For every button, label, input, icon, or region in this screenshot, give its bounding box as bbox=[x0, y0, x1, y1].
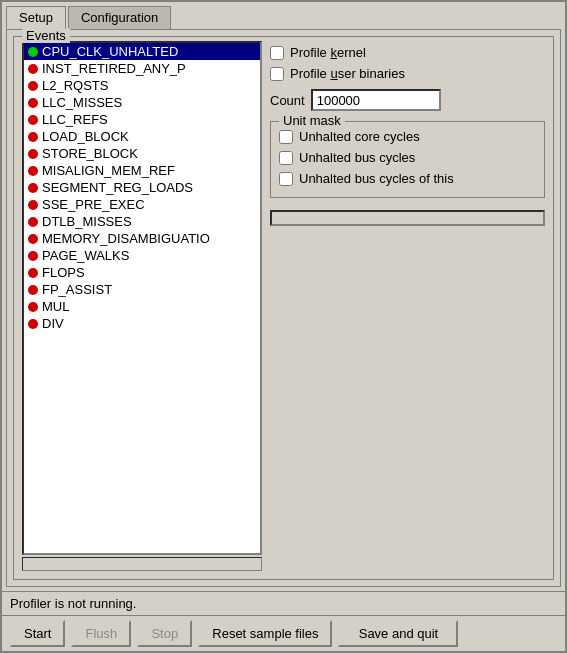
event-label: STORE_BLOCK bbox=[42, 146, 138, 161]
unhalted_core-checkbox[interactable] bbox=[279, 130, 293, 144]
event-label: FLOPS bbox=[42, 265, 85, 280]
red-dot-icon bbox=[28, 302, 38, 312]
profile-kernel-label: Profile kernel bbox=[290, 45, 366, 60]
event-item[interactable]: INST_RETIRED_ANY_P bbox=[24, 60, 260, 77]
event-label: DTLB_MISSES bbox=[42, 214, 132, 229]
count-row: Count bbox=[270, 89, 545, 111]
status-bar: Profiler is not running. bbox=[2, 591, 565, 615]
event-label: SEGMENT_REG_LOADS bbox=[42, 180, 193, 195]
tab-configuration[interactable]: Configuration bbox=[68, 6, 171, 29]
main-window: Setup Configuration Events CPU_CLK_UNHAL… bbox=[0, 0, 567, 653]
red-dot-icon bbox=[28, 115, 38, 125]
event-item[interactable]: SSE_PRE_EXEC bbox=[24, 196, 260, 213]
red-dot-icon bbox=[28, 251, 38, 261]
event-item[interactable]: DIV bbox=[24, 315, 260, 332]
events-group-label: Events bbox=[22, 28, 70, 43]
button-bar: Start Flush Stop Reset sample files Save… bbox=[2, 615, 565, 651]
red-dot-icon bbox=[28, 200, 38, 210]
event-item[interactable]: LOAD_BLOCK bbox=[24, 128, 260, 145]
event-label: INST_RETIRED_ANY_P bbox=[42, 61, 186, 76]
event-item[interactable]: PAGE_WALKS bbox=[24, 247, 260, 264]
unhalted_bus_of_this-label: Unhalted bus cycles of this bbox=[299, 171, 454, 186]
unhalted_bus_of_this-checkbox[interactable] bbox=[279, 172, 293, 186]
main-content: Events CPU_CLK_UNHALTEDINST_RETIRED_ANY_… bbox=[6, 29, 561, 587]
event-listbox[interactable]: CPU_CLK_UNHALTEDINST_RETIRED_ANY_PL2_RQS… bbox=[22, 41, 262, 555]
event-label: PAGE_WALKS bbox=[42, 248, 129, 263]
status-text: Profiler is not running. bbox=[10, 596, 136, 611]
event-item[interactable]: LLC_REFS bbox=[24, 111, 260, 128]
event-label: SSE_PRE_EXEC bbox=[42, 197, 145, 212]
red-dot-icon bbox=[28, 319, 38, 329]
event-item[interactable]: SEGMENT_REG_LOADS bbox=[24, 179, 260, 196]
unhalted_bus-label: Unhalted bus cycles bbox=[299, 150, 415, 165]
event-item[interactable]: FLOPS bbox=[24, 264, 260, 281]
horizontal-scrollbar[interactable] bbox=[22, 557, 262, 571]
red-dot-icon bbox=[28, 217, 38, 227]
event-label: L2_RQSTS bbox=[42, 78, 108, 93]
right-panel: Profile kernel Profile user binaries Cou… bbox=[270, 41, 545, 571]
event-label: LLC_MISSES bbox=[42, 95, 122, 110]
red-dot-icon bbox=[28, 132, 38, 142]
event-item[interactable]: MEMORY_DISAMBIGUATIO bbox=[24, 230, 260, 247]
event-item[interactable]: LLC_MISSES bbox=[24, 94, 260, 111]
event-label: MISALIGN_MEM_REF bbox=[42, 163, 175, 178]
profile-kernel-checkbox[interactable] bbox=[270, 46, 284, 60]
unhalted_bus-checkbox[interactable] bbox=[279, 151, 293, 165]
event-item[interactable]: L2_RQSTS bbox=[24, 77, 260, 94]
event-item[interactable]: FP_ASSIST bbox=[24, 281, 260, 298]
red-dot-icon bbox=[28, 183, 38, 193]
event-item[interactable]: STORE_BLOCK bbox=[24, 145, 260, 162]
profile-user-checkbox[interactable] bbox=[270, 67, 284, 81]
unit-mask-group: Unit mask Unhalted core cyclesUnhalted b… bbox=[270, 121, 545, 198]
progress-bar bbox=[270, 210, 545, 226]
reset-button[interactable]: Reset sample files bbox=[198, 620, 332, 647]
progress-area bbox=[270, 210, 545, 226]
event-label: LLC_REFS bbox=[42, 112, 108, 127]
events-group: Events CPU_CLK_UNHALTEDINST_RETIRED_ANY_… bbox=[13, 36, 554, 580]
start-button[interactable]: Start bbox=[10, 620, 65, 647]
unit-mask-item: Unhalted bus cycles bbox=[279, 147, 536, 168]
unit-mask-label: Unit mask bbox=[279, 113, 345, 128]
profile-user-row: Profile user binaries bbox=[270, 66, 545, 81]
event-item[interactable]: MISALIGN_MEM_REF bbox=[24, 162, 260, 179]
red-dot-icon bbox=[28, 81, 38, 91]
unhalted_core-label: Unhalted core cycles bbox=[299, 129, 420, 144]
unit-mask-item: Unhalted core cycles bbox=[279, 126, 536, 147]
red-dot-icon bbox=[28, 64, 38, 74]
profile-kernel-row: Profile kernel bbox=[270, 45, 545, 60]
event-label: MEMORY_DISAMBIGUATIO bbox=[42, 231, 210, 246]
event-label: DIV bbox=[42, 316, 64, 331]
count-input[interactable] bbox=[311, 89, 441, 111]
event-label: CPU_CLK_UNHALTED bbox=[42, 44, 178, 59]
red-dot-icon bbox=[28, 149, 38, 159]
unit-mask-item: Unhalted bus cycles of this bbox=[279, 168, 536, 189]
stop-button[interactable]: Stop bbox=[137, 620, 192, 647]
green-dot-icon bbox=[28, 47, 38, 57]
red-dot-icon bbox=[28, 234, 38, 244]
red-dot-icon bbox=[28, 285, 38, 295]
flush-button[interactable]: Flush bbox=[71, 620, 131, 647]
count-label: Count bbox=[270, 93, 305, 108]
event-label: FP_ASSIST bbox=[42, 282, 112, 297]
event-label: LOAD_BLOCK bbox=[42, 129, 129, 144]
tab-setup[interactable]: Setup bbox=[6, 6, 66, 29]
event-list-container: CPU_CLK_UNHALTEDINST_RETIRED_ANY_PL2_RQS… bbox=[22, 41, 262, 571]
profile-user-label: Profile user binaries bbox=[290, 66, 405, 81]
event-item[interactable]: CPU_CLK_UNHALTED bbox=[24, 43, 260, 60]
save-quit-button[interactable]: Save and quit bbox=[338, 620, 458, 647]
red-dot-icon bbox=[28, 268, 38, 278]
red-dot-icon bbox=[28, 98, 38, 108]
red-dot-icon bbox=[28, 166, 38, 176]
tab-bar: Setup Configuration bbox=[2, 2, 565, 29]
event-item[interactable]: DTLB_MISSES bbox=[24, 213, 260, 230]
event-item[interactable]: MUL bbox=[24, 298, 260, 315]
event-label: MUL bbox=[42, 299, 69, 314]
